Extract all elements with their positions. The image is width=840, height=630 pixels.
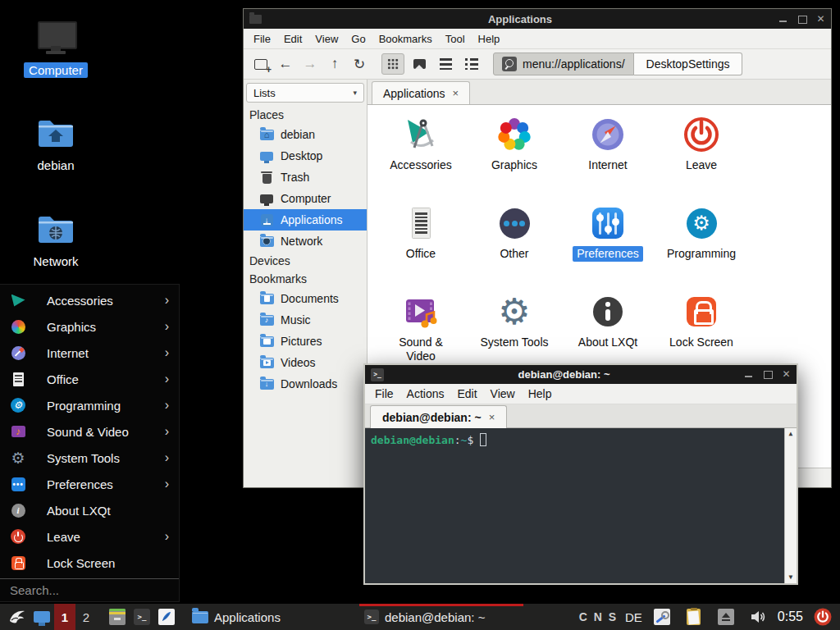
fm-menu-go[interactable]: Go xyxy=(345,30,372,48)
menu-item-label: Preferences xyxy=(47,477,113,491)
reload-button[interactable]: ↻ xyxy=(349,53,370,75)
close-button[interactable]: ✕ xyxy=(782,370,791,379)
sidebar-item-pictures[interactable]: Pictures xyxy=(244,331,367,352)
tab-close-icon[interactable]: × xyxy=(489,411,495,423)
fm-menu-file[interactable]: File xyxy=(247,30,277,48)
computer-icon xyxy=(259,191,274,206)
menu-item-programming[interactable]: ⚙ Programming › xyxy=(0,392,179,418)
task-applications[interactable]: Applications xyxy=(187,604,351,630)
start-menu-button[interactable] xyxy=(8,608,26,626)
scroll-down-icon[interactable]: ▼ xyxy=(789,574,793,581)
grid-item-internet[interactable]: Internet xyxy=(561,115,655,203)
sidebar-item-desktop[interactable]: Desktop xyxy=(244,145,367,167)
sidebar-mode-value: Lists xyxy=(253,87,276,99)
desktop-icon-debian[interactable]: debian xyxy=(8,113,103,173)
grid-item-programming[interactable]: ⚙ Programming xyxy=(655,203,748,292)
sidebar-item-videos[interactable]: Videos xyxy=(244,352,367,373)
menu-item-about-lxqt[interactable]: i About LXQt xyxy=(0,497,179,523)
chevron-right-icon: › xyxy=(165,372,169,386)
fm-menu-help[interactable]: Help xyxy=(472,30,507,48)
tray-power-button[interactable] xyxy=(814,608,832,626)
sidebar-item-music[interactable]: ♪ Music xyxy=(244,309,367,331)
fm-menu-view[interactable]: View xyxy=(308,30,345,48)
menu-search-input[interactable]: Search... xyxy=(0,578,179,601)
tray-screenshot[interactable] xyxy=(653,608,671,626)
accessories-icon xyxy=(401,115,441,154)
new-tab-icon xyxy=(254,59,267,70)
close-button[interactable]: ✕ xyxy=(816,15,825,24)
quicklaunch-file-manager[interactable] xyxy=(108,608,126,626)
terminal-titlebar[interactable]: >_ debian@debian: ~ ✕ xyxy=(365,365,797,384)
forward-button[interactable]: → xyxy=(299,53,321,75)
maximize-button[interactable] xyxy=(763,370,772,379)
menu-item-graphics[interactable]: Graphics › xyxy=(0,313,179,340)
path-button-current[interactable]: menu://applications/ xyxy=(493,52,634,75)
tray-removable-media[interactable] xyxy=(717,608,735,626)
quicklaunch-featherpad[interactable] xyxy=(158,608,176,626)
term-menu-view[interactable]: View xyxy=(484,385,522,403)
desktop-icon-computer[interactable]: Computer xyxy=(8,18,103,78)
menu-item-sound-video[interactable]: ♪ Sound & Video › xyxy=(0,418,179,445)
compact-view-button[interactable] xyxy=(460,53,483,75)
menu-item-preferences[interactable]: ••• Preferences › xyxy=(0,471,179,497)
menu-item-internet[interactable]: Internet › xyxy=(0,340,179,366)
terminal-icon: >_ xyxy=(371,368,384,381)
icon-view-button[interactable] xyxy=(381,53,404,75)
grid-item-other[interactable]: Other xyxy=(468,203,561,292)
terminal-tab[interactable]: debian@debian: ~ × xyxy=(370,405,507,428)
trash-icon xyxy=(259,170,274,185)
clock[interactable]: 0:55 xyxy=(778,609,803,624)
term-menu-help[interactable]: Help xyxy=(522,385,559,403)
terminal-screen[interactable]: debian@debian:~$ ▲ ▼ xyxy=(365,428,797,583)
tray-clipboard[interactable] xyxy=(685,608,703,626)
fm-tab-applications[interactable]: Applications × xyxy=(372,81,470,104)
thumbnail-view-button[interactable] xyxy=(408,53,431,75)
grid-item-preferences[interactable]: Preferences xyxy=(561,203,655,292)
maximize-button[interactable] xyxy=(797,15,806,24)
menu-item-office[interactable]: Office › xyxy=(0,366,179,392)
menu-item-accessories[interactable]: Accessories › xyxy=(0,287,179,313)
menu-item-leave[interactable]: Leave › xyxy=(0,523,179,550)
quicklaunch-terminal[interactable]: >_ xyxy=(133,608,151,626)
back-button[interactable]: ← xyxy=(275,53,296,75)
term-menu-file[interactable]: File xyxy=(368,385,400,403)
tray-volume[interactable] xyxy=(749,608,767,626)
task-terminal[interactable]: >_ debian@debian: ~ xyxy=(359,604,523,630)
keyboard-layout-indicator[interactable]: DE xyxy=(625,610,642,624)
up-button[interactable]: ↑ xyxy=(324,53,345,75)
menu-item-lock-screen[interactable]: Lock Screen xyxy=(0,550,179,576)
grid-item-office[interactable]: Office xyxy=(374,203,468,292)
grid-item-label: Sound & Video xyxy=(395,335,447,364)
desktop-icon-network[interactable]: Network xyxy=(8,209,103,269)
sidebar-item-network[interactable]: Network xyxy=(244,231,367,252)
fm-menu-tool[interactable]: Tool xyxy=(439,30,472,48)
sidebar-item-applications[interactable]: ↓ Applications xyxy=(244,209,367,231)
sidebar-mode-select[interactable]: Lists ▾ xyxy=(246,83,364,103)
fm-menu-bookmarks[interactable]: Bookmarks xyxy=(372,30,439,48)
show-desktop-button[interactable] xyxy=(33,608,51,626)
fm-menu-edit[interactable]: Edit xyxy=(277,30,308,48)
grid-item-leave[interactable]: Leave xyxy=(655,115,748,203)
term-menu-actions[interactable]: Actions xyxy=(400,385,451,403)
term-menu-edit[interactable]: Edit xyxy=(450,385,483,403)
sidebar-item-documents[interactable]: Documents xyxy=(244,288,367,309)
minimize-button[interactable] xyxy=(778,15,788,24)
sidebar-item-trash[interactable]: Trash xyxy=(244,167,367,188)
path-button-desktopsettings[interactable]: DesktopSettings xyxy=(634,52,743,75)
workspace-1-button[interactable]: 1 xyxy=(54,604,75,630)
fm-titlebar[interactable]: Applications ✕ xyxy=(244,9,831,29)
scroll-up-icon[interactable]: ▲ xyxy=(789,431,793,437)
terminal-scrollbar[interactable]: ▲ ▼ xyxy=(784,428,797,583)
sidebar-item-debian[interactable]: ⌂ debian xyxy=(244,124,367,145)
tab-close-icon[interactable]: × xyxy=(453,87,459,99)
menu-item-system-tools[interactable]: ⚙ System Tools › xyxy=(0,445,179,471)
new-tab-button[interactable] xyxy=(250,53,272,75)
keyboard-lock-indicator[interactable]: C N S xyxy=(579,610,618,623)
detailed-list-view-button[interactable] xyxy=(434,53,457,75)
sidebar-item-downloads[interactable]: ↓ Downloads xyxy=(244,373,367,395)
sidebar-item-computer[interactable]: Computer xyxy=(244,188,367,209)
minimize-button[interactable] xyxy=(744,370,753,379)
grid-item-graphics[interactable]: Graphics xyxy=(468,115,561,203)
grid-item-accessories[interactable]: Accessories xyxy=(374,115,468,203)
workspace-2-button[interactable]: 2 xyxy=(75,604,97,630)
